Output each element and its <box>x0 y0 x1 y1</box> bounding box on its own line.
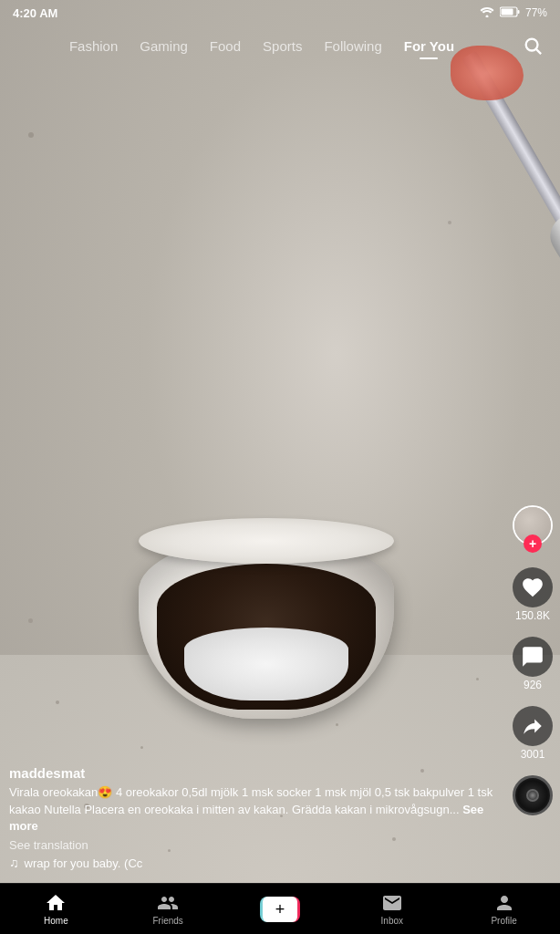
tab-for-you[interactable]: For You <box>393 31 465 61</box>
music-disc[interactable] <box>513 775 553 815</box>
nav-inbox-label: Inbox <box>381 916 403 926</box>
video-description: Virala oreokakan😍 4 oreokakor 0,5dl mjöl… <box>9 784 496 835</box>
tab-following[interactable]: Following <box>313 31 392 61</box>
svg-point-4 <box>526 39 538 51</box>
video-scene <box>0 0 560 883</box>
tab-sports[interactable]: Sports <box>252 31 313 61</box>
bowl-content <box>157 564 376 710</box>
bowl <box>130 518 403 719</box>
nav-friends-label: Friends <box>153 916 183 926</box>
svg-point-0 <box>485 15 488 17</box>
nav-tabs: Fashion Gaming Food Sports Following For… <box>0 26 560 66</box>
creator-avatar-wrapper[interactable]: + <box>513 505 553 545</box>
music-info: ♫ wrap for you baby. (Cc <box>9 856 496 870</box>
translation-link[interactable]: See translation <box>9 838 496 852</box>
svg-line-5 <box>536 49 541 54</box>
bottom-nav: Home Friends + Inbox Profile <box>0 883 560 934</box>
status-time: 4:20 AM <box>13 6 57 20</box>
add-icon: + <box>275 901 285 918</box>
add-button[interactable]: + <box>260 897 300 922</box>
like-count: 150.8K <box>515 609 550 622</box>
battery-percent: 77% <box>525 6 547 19</box>
nav-friends[interactable]: Friends <box>112 892 224 926</box>
tab-fashion[interactable]: Fashion <box>58 31 129 61</box>
comment-count: 926 <box>524 679 542 691</box>
nav-inbox[interactable]: Inbox <box>336 892 448 926</box>
wifi-icon <box>480 6 494 20</box>
nav-home-label: Home <box>44 916 68 926</box>
nav-home[interactable]: Home <box>0 892 112 926</box>
like-button[interactable]: 150.8K <box>513 567 553 622</box>
music-text: wrap for you baby. (Cc <box>25 856 143 870</box>
nav-profile[interactable]: Profile <box>448 892 560 926</box>
tab-food[interactable]: Food <box>199 31 252 61</box>
battery-icon <box>500 6 520 20</box>
description-text: Virala oreokakan😍 4 oreokakor 0,5dl mjöl… <box>9 785 493 815</box>
follow-badge[interactable]: + <box>524 534 542 553</box>
status-icons: 77% <box>480 6 547 20</box>
video-background[interactable] <box>0 0 560 883</box>
tab-gaming[interactable]: Gaming <box>129 31 199 61</box>
music-note-icon: ♫ <box>9 856 19 870</box>
video-username[interactable]: maddesmat <box>9 765 496 781</box>
svg-rect-2 <box>501 8 513 15</box>
share-count: 3001 <box>521 748 545 761</box>
nav-profile-label: Profile <box>491 916 516 926</box>
nav-add[interactable]: + <box>224 897 337 922</box>
comment-button[interactable]: 926 <box>513 637 553 691</box>
svg-rect-3 <box>517 10 519 14</box>
video-info: maddesmat Virala oreokakan😍 4 oreokakor … <box>9 765 496 870</box>
share-button[interactable]: 3001 <box>513 706 553 761</box>
action-buttons: + 150.8K 926 3001 <box>513 505 553 815</box>
status-bar: 4:20 AM 77% <box>0 0 560 26</box>
search-button[interactable] <box>514 26 551 66</box>
